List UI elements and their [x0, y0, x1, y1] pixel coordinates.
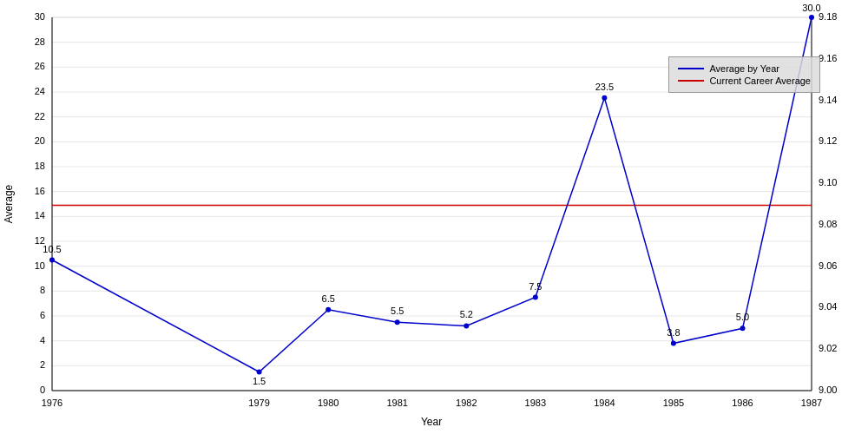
r-tick-904: 9.04 — [819, 301, 837, 312]
dot-1987 — [809, 15, 814, 20]
legend-label-career: Current Career Average — [709, 76, 811, 86]
y-axis-left-label: Average — [3, 184, 15, 223]
x-tick-1981: 1981 — [386, 398, 407, 408]
dot-1982 — [464, 324, 469, 329]
y-tick-0: 0 — [40, 385, 45, 395]
r-tick-908: 9.08 — [819, 219, 837, 229]
r-tick-910: 9.10 — [819, 177, 837, 187]
dot-1981 — [395, 319, 400, 325]
y-tick-24: 24 — [35, 86, 45, 96]
dot-1985 — [671, 341, 676, 346]
dot-1980 — [326, 307, 331, 312]
x-tick-1983: 1983 — [525, 398, 546, 408]
y-tick-8: 8 — [40, 285, 45, 295]
dot-1984 — [602, 95, 607, 101]
y-tick-20: 20 — [35, 135, 45, 146]
chart-container: 0 2 4 6 8 10 12 14 16 18 20 22 24 26 28 … — [0, 0, 868, 434]
y-tick-16: 16 — [35, 186, 45, 196]
y-tick-26: 26 — [35, 61, 45, 71]
label-1981: 5.5 — [391, 306, 404, 316]
label-1986: 5.0 — [736, 312, 749, 322]
label-1979: 1.5 — [253, 376, 266, 386]
legend-item-career: Current Career Average — [678, 76, 811, 86]
label-1985: 3.8 — [667, 327, 680, 338]
label-1982: 5.2 — [460, 309, 473, 319]
y-tick-10: 10 — [35, 260, 45, 271]
y-tick-18: 18 — [35, 161, 45, 171]
legend-line-red — [678, 80, 704, 82]
r-tick-912: 9.12 — [819, 135, 837, 146]
r-tick-902: 9.02 — [819, 343, 837, 353]
label-1983: 7.5 — [529, 281, 542, 292]
x-tick-1982: 1982 — [456, 398, 477, 408]
x-tick-1980: 1980 — [318, 398, 339, 408]
x-tick-1976: 1976 — [42, 398, 62, 408]
dot-1976 — [49, 258, 55, 263]
label-1976: 10.5 — [43, 244, 61, 254]
r-tick-916: 9.16 — [819, 53, 837, 63]
label-1987: 30.0 — [802, 3, 820, 13]
y-tick-4: 4 — [40, 335, 45, 345]
legend-line-blue — [678, 68, 704, 69]
x-tick-1984: 1984 — [594, 398, 615, 408]
x-axis-label: Year — [421, 416, 442, 428]
r-tick-906: 9.06 — [819, 260, 837, 271]
y-tick-14: 14 — [35, 210, 45, 220]
legend-item-average: Average by Year — [678, 63, 811, 74]
legend-label-average: Average by Year — [709, 63, 779, 74]
y-tick-22: 22 — [35, 111, 45, 122]
y-tick-30: 30 — [35, 11, 45, 22]
x-tick-1987: 1987 — [801, 398, 822, 408]
x-tick-1986: 1986 — [732, 398, 753, 408]
x-tick-1979: 1979 — [248, 398, 269, 408]
y-tick-28: 28 — [35, 36, 45, 47]
dot-1986 — [740, 326, 746, 331]
x-tick-1985: 1985 — [663, 398, 684, 408]
dot-1979 — [257, 370, 262, 375]
label-1980: 6.5 — [322, 293, 335, 304]
y-tick-2: 2 — [40, 359, 45, 370]
y-tick-6: 6 — [40, 310, 45, 320]
r-tick-900: 9.00 — [819, 385, 837, 395]
label-1984: 23.5 — [595, 82, 614, 92]
r-tick-918: 9.18 — [819, 11, 837, 22]
dot-1983 — [533, 295, 538, 300]
r-tick-914: 9.14 — [819, 95, 837, 105]
legend-box: Average by Year Current Career Average — [668, 56, 820, 93]
